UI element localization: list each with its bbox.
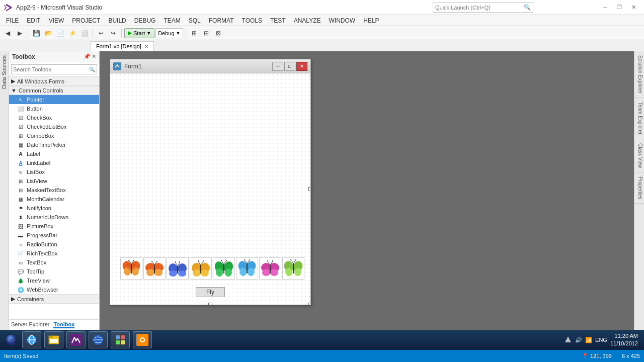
toolbox-item-notifyicon[interactable]: ⚑ NotifyIcon	[9, 204, 99, 213]
toolbox-close-button[interactable]: ✕	[92, 53, 96, 60]
ie-taskbar-button[interactable]	[22, 331, 41, 348]
paint-taskbar-button[interactable]	[133, 331, 152, 348]
toolbox-group-containers[interactable]: ▶ Containers	[9, 294, 99, 304]
toolbox-search-input[interactable]	[12, 66, 88, 72]
forward-button[interactable]: ▶	[14, 28, 25, 39]
toolbox-item-radiobutton[interactable]: ○ RadioButton	[9, 240, 99, 249]
menu-project[interactable]: PROJECT	[68, 15, 104, 26]
start-orb[interactable]	[2, 331, 20, 349]
form-window: Form1 ─ □ ✕	[110, 59, 311, 305]
picturebox-icon: 🖼	[17, 223, 24, 230]
toolbox-item-datetimepicker[interactable]: ▦ DateTimePicker	[9, 140, 99, 149]
resize-handle-bottom[interactable]	[208, 303, 212, 305]
menu-help[interactable]: HELP	[359, 15, 383, 26]
toolbox-item-maskedtextbox[interactable]: ⊟ MaskedTextBox	[9, 186, 99, 195]
menu-edit[interactable]: EDIT	[23, 15, 44, 26]
explorer-taskbar-button[interactable]	[44, 331, 63, 348]
toolbox-item-linklabel[interactable]: A LinkLabel	[9, 158, 99, 167]
back-button[interactable]: ◀	[2, 28, 13, 39]
svg-point-27	[198, 260, 199, 261]
redo-button[interactable]: ↪	[108, 28, 119, 39]
toolbar-btn-5[interactable]: ⬜	[79, 28, 90, 39]
undo-button[interactable]: ↩	[96, 28, 107, 39]
tools-taskbar-button[interactable]	[111, 331, 130, 348]
toolbox-item-progressbar[interactable]: ▬ ProgressBar	[9, 231, 99, 240]
menu-debug[interactable]: DEBUG	[130, 15, 160, 26]
vs-taskbar-button[interactable]	[66, 331, 86, 348]
server-explorer-tab[interactable]: Server Explorer	[11, 321, 49, 328]
start-button[interactable]: ▶ Start ▼	[124, 28, 154, 38]
menu-window[interactable]: WINDOW	[325, 15, 359, 26]
quick-launch-bar[interactable]: 🔍	[433, 3, 533, 13]
menu-format[interactable]: FORMAT	[205, 15, 238, 26]
form-close-button[interactable]: ✕	[296, 62, 307, 71]
solution-explorer-tab[interactable]: Solution Explorer	[634, 51, 644, 98]
toolbox-search[interactable]: 🔍	[11, 64, 97, 74]
menu-sql[interactable]: SQL	[185, 15, 205, 26]
toolbox-item-checkbox[interactable]: ☑ CheckBox	[9, 113, 99, 122]
format-button[interactable]: ⊟	[201, 28, 212, 39]
fly-button[interactable]: Fly	[196, 287, 225, 297]
toolbar-sep-1	[28, 29, 28, 38]
toolbox-item-label[interactable]: A Label	[9, 149, 99, 158]
globe-taskbar-button[interactable]	[89, 331, 108, 348]
toolbar-btn-4[interactable]: ⚡	[67, 28, 78, 39]
open-button[interactable]: 📂	[43, 28, 54, 39]
align-button[interactable]: ⊞	[189, 28, 200, 39]
menu-build[interactable]: BUILD	[104, 15, 130, 26]
toolbox-item-button[interactable]: ⬜ Button	[9, 104, 99, 113]
sidebar-tab-datasources[interactable]: Data Sources	[0, 51, 9, 93]
form-maximize-button[interactable]: □	[284, 62, 295, 71]
toolbox-item-textbox[interactable]: ▭ TextBox	[9, 258, 99, 267]
form-minimize-button[interactable]: ─	[272, 62, 283, 71]
toolbox-item-webbrowser[interactable]: 🌐 WebBrowser	[9, 285, 99, 294]
toolbox-item-combobox[interactable]: ⊞ ComboBox	[9, 131, 99, 140]
menu-tools[interactable]: TOOLS	[238, 15, 266, 26]
toolbox-item-numericupdown[interactable]: ⬍ NumericUpDown	[9, 213, 99, 222]
toolbox-item-checkedlistbox[interactable]: ☑ CheckedListBox	[9, 122, 99, 131]
toolbox-item-treeview[interactable]: 🌲 TreeView	[9, 276, 99, 285]
toolbox-item-listview[interactable]: ⊞ ListView	[9, 176, 99, 186]
tab-form1-design[interactable]: Form1.vb [Design] ✕	[91, 41, 154, 51]
menu-view[interactable]: VIEW	[45, 15, 68, 26]
search-icon: 🔍	[522, 4, 533, 11]
close-button[interactable]: ✕	[627, 3, 640, 13]
resize-handle-right[interactable]	[308, 187, 310, 191]
start-dropdown-icon[interactable]: ▼	[146, 31, 151, 36]
save-button[interactable]: 💾	[31, 28, 42, 39]
toolbox-item-richtextbox[interactable]: 📄 RichTextBox	[9, 249, 99, 258]
debug-select[interactable]: Debug ▼	[155, 28, 183, 38]
design-surface[interactable]: Form1 ─ □ ✕	[100, 51, 634, 330]
menu-file[interactable]: FILE	[2, 15, 23, 26]
toolbox-pin-button[interactable]: 📌	[84, 53, 91, 60]
textbox-icon: ▭	[17, 259, 24, 266]
toolbox-footer: Server Explorer Toolbox	[9, 319, 99, 330]
toolbox-item-listbox[interactable]: ≡ ListBox	[9, 167, 99, 176]
new-button[interactable]: 📄	[55, 28, 66, 39]
team-explorer-tab[interactable]: Team Explorer	[634, 98, 644, 139]
toolbox-item-monthcalendar[interactable]: ▦ MonthCalendar	[9, 195, 99, 204]
menu-test[interactable]: TEST	[266, 15, 290, 26]
class-view-tab[interactable]: Class View	[634, 139, 644, 172]
item-label: ToolTip	[27, 268, 44, 275]
resize-handle-corner[interactable]	[308, 303, 310, 305]
tab-close-button[interactable]: ✕	[144, 44, 148, 49]
toolbox-group-all-windows-forms[interactable]: ▶ All Windows Forms	[9, 76, 99, 86]
toolbox-tab[interactable]: Toolbox	[53, 321, 74, 328]
taskbar: 🔊 📶 ENG 11:20 AM 11/10/2012	[0, 330, 644, 350]
menu-team[interactable]: TEAM	[159, 15, 184, 26]
properties-tab[interactable]: Properties	[634, 172, 644, 204]
restore-button[interactable]: ❐	[613, 3, 626, 13]
toolbox-item-picturebox[interactable]: 🖼 PictureBox	[9, 222, 99, 231]
minimize-button[interactable]: ─	[599, 3, 612, 13]
toolbox-group-common-controls[interactable]: ▼ Common Controls	[9, 86, 99, 95]
size-button[interactable]: ⊠	[213, 28, 224, 39]
svg-point-45	[262, 269, 270, 276]
item-label: TextBox	[27, 259, 46, 265]
item-label: RichTextBox	[27, 250, 57, 256]
toolbox-item-tooltip[interactable]: 💬 ToolTip	[9, 267, 99, 276]
debug-dropdown-icon: ▼	[176, 31, 181, 36]
quick-launch-input[interactable]	[433, 5, 522, 11]
toolbox-item-pointer[interactable]: ↖ Pointer	[9, 95, 99, 104]
menu-analyze[interactable]: ANALYZE	[290, 15, 325, 26]
